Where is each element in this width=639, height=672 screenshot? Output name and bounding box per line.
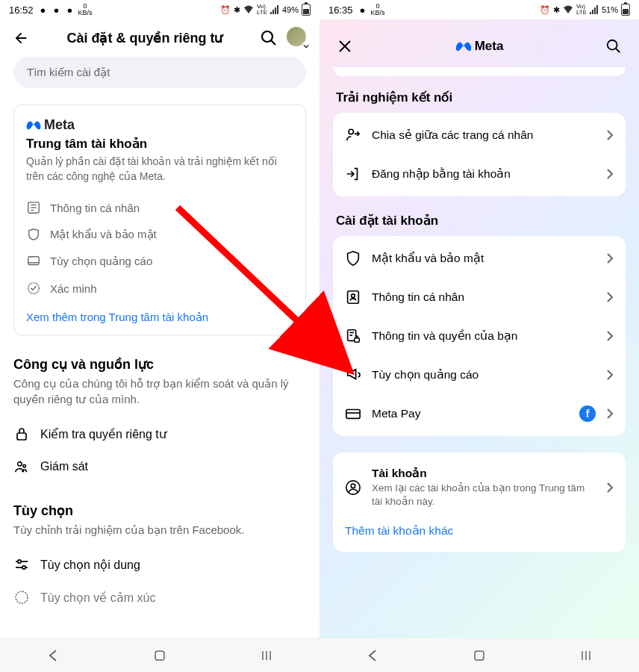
section-subtitle: Công cụ của chúng tôi hỗ trợ bạn kiểm so… bbox=[13, 376, 306, 407]
status-time: 16:35 bbox=[328, 4, 353, 16]
signal-icon bbox=[270, 5, 279, 14]
svg-point-10 bbox=[18, 462, 22, 466]
battery-icon bbox=[621, 4, 630, 16]
item-supervision[interactable]: Giám sát bbox=[13, 450, 306, 483]
nav-home[interactable] bbox=[152, 647, 168, 664]
sliders-icon bbox=[13, 556, 30, 573]
chevron-right-icon bbox=[606, 169, 614, 179]
accounts-center-card[interactable]: Meta Trung tâm tài khoản Quản lý phần cà… bbox=[13, 105, 306, 335]
card-item-label: Thông tin cá nhân bbox=[50, 202, 140, 214]
login-icon bbox=[345, 166, 361, 182]
item-label: Giám sát bbox=[40, 460, 88, 473]
item-personal-info[interactable]: Thông tin cá nhân bbox=[333, 278, 626, 317]
item-label: Thông tin và quyền của bạn bbox=[372, 329, 596, 343]
card-more-link[interactable]: Xem thêm trong Trung tâm tài khoản bbox=[26, 302, 293, 324]
prefs-section: Tùy chọn Tùy chỉnh trải nghiệm của bạn t… bbox=[13, 503, 306, 614]
chevron-right-icon bbox=[606, 370, 614, 380]
back-button[interactable] bbox=[10, 28, 31, 49]
item-label: Meta Pay bbox=[372, 407, 569, 420]
item-privacy-checkup[interactable]: Kiểm tra quyền riêng tư bbox=[13, 417, 306, 450]
item-label: Kiểm tra quyền riêng tư bbox=[40, 427, 166, 441]
net-unit: KB/s bbox=[371, 10, 385, 16]
close-button[interactable] bbox=[334, 36, 355, 57]
svg-line-24 bbox=[616, 49, 620, 53]
messenger-icon: ● bbox=[52, 4, 62, 15]
svg-rect-32 bbox=[346, 410, 360, 419]
id-card-icon bbox=[345, 289, 361, 305]
nav-back[interactable] bbox=[364, 647, 381, 664]
item-content-prefs[interactable]: Tùy chọn nội dung bbox=[13, 548, 306, 581]
net-unit: KB/s bbox=[78, 10, 93, 16]
item-ad-preferences[interactable]: Tùy chọn quảng cáo bbox=[333, 355, 626, 394]
svg-rect-31 bbox=[355, 338, 359, 343]
bluetooth-icon: ✱ bbox=[234, 5, 240, 15]
card-item-label: Xác minh bbox=[50, 282, 97, 295]
content: Tìm kiếm cài đặt Meta Trung tâm tài khoả… bbox=[0, 57, 320, 638]
card-item-password[interactable]: Mật khẩu và bảo mật bbox=[26, 221, 293, 248]
card-item-label: Tùy chọn quảng cáo bbox=[50, 255, 152, 268]
shield-icon bbox=[26, 227, 41, 242]
meta-icon bbox=[26, 120, 41, 131]
battery-pct: 51% bbox=[602, 5, 618, 14]
account-settings-card: Mật khẩu và bảo mật Thông tin cá nhân Th… bbox=[333, 236, 626, 436]
status-bar: 16:52 ● ● ● 0 KB/s ⏰ ✱ Vo)LTE 49% bbox=[0, 0, 320, 19]
svg-point-0 bbox=[262, 31, 272, 42]
phone-right: 16:35 ● 0 KB/s ⏰ ✱ Vo)LTE 51% bbox=[320, 0, 639, 672]
status-bar: 16:35 ● 0 KB/s ⏰ ✱ Vo)LTE 51% bbox=[320, 0, 639, 19]
page-title: Cài đặt & quyền riêng tư bbox=[39, 30, 251, 46]
item-label: Tùy chọn về cảm xúc bbox=[40, 591, 155, 605]
volte-icon: Vo)LTE bbox=[257, 4, 267, 16]
item-sharing-across[interactable]: Chia sẻ giữa các trang cá nhân bbox=[333, 116, 626, 155]
nav-back[interactable] bbox=[45, 647, 61, 664]
user-circle-icon bbox=[345, 479, 361, 496]
section-title: Công cụ và nguồn lực bbox=[13, 356, 306, 373]
signal-icon bbox=[590, 5, 599, 14]
chevron-right-icon bbox=[606, 130, 614, 140]
profile-switcher[interactable] bbox=[287, 27, 309, 49]
search-button[interactable] bbox=[258, 28, 279, 49]
header: Cài đặt & quyền riêng tư bbox=[0, 19, 320, 57]
section-subtitle: Tùy chỉnh trải nghiệm của bạn trên Faceb… bbox=[13, 522, 306, 538]
svg-point-23 bbox=[608, 40, 617, 50]
svg-rect-36 bbox=[475, 651, 484, 660]
item-reaction-prefs[interactable]: Tùy chọn về cảm xúc bbox=[13, 581, 306, 614]
reaction-icon bbox=[13, 589, 30, 606]
svg-point-11 bbox=[23, 464, 26, 467]
item-label: Đăng nhập bằng tài khoản bbox=[372, 167, 596, 181]
item-label: Tùy chọn nội dung bbox=[40, 558, 140, 572]
svg-rect-17 bbox=[155, 651, 164, 660]
link-label: Thêm tài khoản khác bbox=[345, 524, 453, 538]
bluetooth-icon: ✱ bbox=[553, 5, 560, 15]
search-button[interactable] bbox=[603, 36, 624, 57]
chevron-right-icon bbox=[606, 482, 614, 493]
id-card-icon bbox=[26, 200, 41, 215]
nav-home[interactable] bbox=[471, 647, 487, 664]
nav-bar bbox=[320, 638, 639, 672]
card-item-ads[interactable]: Tùy chọn quảng cáo bbox=[26, 248, 293, 275]
item-accounts[interactable]: Tài khoản Xem lại các tài khoản của bạn … bbox=[333, 455, 626, 520]
item-label: Tùy chọn quảng cáo bbox=[372, 368, 596, 382]
item-password-security[interactable]: Mật khẩu và bảo mật bbox=[333, 239, 626, 278]
share-profile-icon bbox=[345, 127, 361, 143]
nav-recents[interactable] bbox=[258, 647, 275, 664]
header: Meta bbox=[324, 24, 635, 67]
card-item-personal-info[interactable]: Thông tin cá nhân bbox=[26, 194, 293, 221]
card-title: Trung tâm tài khoản bbox=[26, 136, 293, 152]
monitor-icon bbox=[26, 254, 41, 269]
item-login-with[interactable]: Đăng nhập bằng tài khoản bbox=[333, 155, 626, 193]
item-your-info-permissions[interactable]: Thông tin và quyền của bạn bbox=[333, 317, 626, 355]
facebook-icon: f bbox=[579, 405, 596, 422]
item-label: Mật khẩu và bảo mật bbox=[372, 252, 596, 265]
section-title: Trải nghiệm kết nối bbox=[330, 90, 629, 113]
family-icon bbox=[13, 458, 30, 475]
item-label: Thông tin cá nhân bbox=[372, 290, 596, 304]
card-item-label: Mật khẩu và bảo mật bbox=[50, 228, 157, 241]
tools-section: Công cụ và nguồn lực Công cụ của chúng t… bbox=[13, 356, 306, 483]
item-meta-pay[interactable]: Meta Pay f bbox=[333, 394, 626, 433]
add-account-link[interactable]: Thêm tài khoản khác bbox=[333, 520, 626, 549]
search-input[interactable]: Tìm kiếm cài đặt bbox=[13, 57, 306, 88]
nav-recents[interactable] bbox=[578, 647, 594, 664]
card-item-verify[interactable]: Xác minh bbox=[26, 275, 293, 302]
content: Trải nghiệm kết nối Chia sẻ giữa các tra… bbox=[324, 67, 635, 633]
svg-point-16 bbox=[16, 591, 28, 603]
